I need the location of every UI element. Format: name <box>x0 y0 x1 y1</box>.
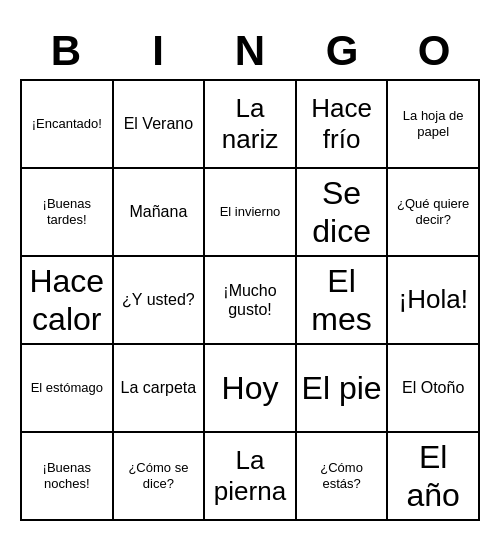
bingo-cell: ¿Cómo estás? <box>297 433 389 521</box>
bingo-grid: ¡Encantado!El VeranoLa narizHace fríoLa … <box>20 79 480 521</box>
header-letter: O <box>388 23 480 79</box>
bingo-cell: ¿Y usted? <box>114 257 206 345</box>
bingo-cell: ¿Qué quiere decir? <box>388 169 480 257</box>
bingo-cell: ¡Hola! <box>388 257 480 345</box>
bingo-cell: ¡Buenas noches! <box>22 433 114 521</box>
bingo-cell: Hoy <box>205 345 297 433</box>
bingo-cell: El Verano <box>114 81 206 169</box>
header-letter: B <box>20 23 112 79</box>
bingo-cell: Hace frío <box>297 81 389 169</box>
header-letter: N <box>204 23 296 79</box>
bingo-cell: ¡Mucho gusto! <box>205 257 297 345</box>
bingo-cell: El año <box>388 433 480 521</box>
bingo-cell: El pie <box>297 345 389 433</box>
bingo-cell: El Otoño <box>388 345 480 433</box>
bingo-cell: La nariz <box>205 81 297 169</box>
bingo-cell: La hoja de papel <box>388 81 480 169</box>
bingo-cell: Se dice <box>297 169 389 257</box>
bingo-cell: ¿Cómo se dice? <box>114 433 206 521</box>
header-letter: G <box>296 23 388 79</box>
bingo-cell: ¡Encantado! <box>22 81 114 169</box>
bingo-cell: La carpeta <box>114 345 206 433</box>
bingo-card: BINGO ¡Encantado!El VeranoLa narizHace f… <box>10 13 490 531</box>
bingo-cell: El invierno <box>205 169 297 257</box>
bingo-cell: El estómago <box>22 345 114 433</box>
bingo-cell: La pierna <box>205 433 297 521</box>
bingo-cell: Hace calor <box>22 257 114 345</box>
bingo-cell: ¡Buenas tardes! <box>22 169 114 257</box>
header-letter: I <box>112 23 204 79</box>
bingo-cell: El mes <box>297 257 389 345</box>
bingo-cell: Mañana <box>114 169 206 257</box>
bingo-header: BINGO <box>20 23 480 79</box>
